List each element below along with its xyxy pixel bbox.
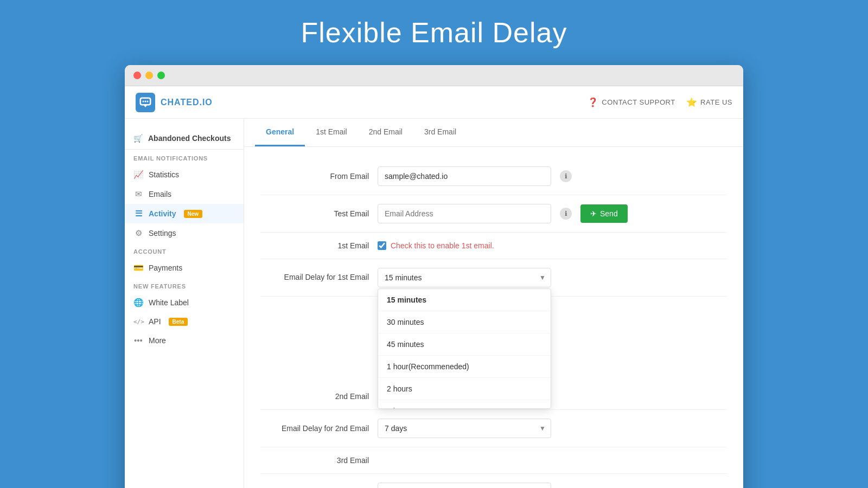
dropdown-option-1hour[interactable]: 1 hour(Recommeneded) <box>378 356 551 378</box>
email-delay-1st-label: Email Delay for 1st Email <box>260 268 369 281</box>
from-email-label: From Email <box>260 172 369 181</box>
rate-us-label: RATE US <box>700 98 732 106</box>
settings-label: Settings <box>149 229 176 237</box>
topbar-actions: ❓ CONTACT SUPPORT ⭐ RATE US <box>588 97 732 107</box>
sidebar: 🛒 Abandoned Checkouts Email Notification… <box>125 119 244 488</box>
test-email-label: Test Email <box>260 209 369 218</box>
window-maximize-button[interactable] <box>157 72 165 79</box>
first-email-checkbox-text: Check this to enable 1st email. <box>391 241 494 250</box>
sidebar-item-activity[interactable]: ☰ Activity New <box>125 204 244 223</box>
rate-us-button[interactable]: ⭐ RATE US <box>686 97 732 107</box>
window-titlebar <box>125 65 743 86</box>
email-delay-dropdown: 15 minutes 30 minutes 45 minutes 1 hour(… <box>378 288 551 409</box>
tabs-bar: General 1st Email 2nd Email 3rd Email <box>244 119 743 147</box>
first-email-checkbox[interactable] <box>378 241 386 250</box>
emails-icon: ✉ <box>133 189 143 199</box>
api-label: API <box>149 317 161 326</box>
dropdown-option-3hours[interactable]: 3 hours <box>378 400 551 408</box>
sidebar-item-abandoned-checkouts[interactable]: 🛒 Abandoned Checkouts <box>125 127 244 150</box>
form-area: From Email ℹ Test Email ℹ ✈ Send <box>244 147 743 488</box>
tab-2nd-email[interactable]: 2nd Email <box>358 119 413 146</box>
tab-1st-email[interactable]: 1st Email <box>305 119 358 146</box>
svg-point-3 <box>145 100 146 102</box>
svg-point-4 <box>147 100 149 102</box>
sidebar-item-settings[interactable]: ⚙ Settings <box>125 223 244 243</box>
main-layout: 🛒 Abandoned Checkouts Email Notification… <box>125 119 743 488</box>
logo-area: CHATED.IO <box>136 93 213 112</box>
third-email-label: 3rd Email <box>260 456 369 465</box>
send-label: Send <box>600 209 618 218</box>
from-email-row: From Email ℹ <box>260 158 727 195</box>
sidebar-item-white-label[interactable]: 🌐 White Label <box>125 293 244 312</box>
send-button[interactable]: ✈ Send <box>580 204 628 223</box>
contact-support-label: CONTACT SUPPORT <box>602 98 675 106</box>
sidebar-item-api[interactable]: </> API Beta <box>125 312 244 331</box>
third-email-row: 3rd Email <box>260 447 727 474</box>
from-email-info-icon[interactable]: ℹ <box>560 170 572 182</box>
first-email-row: 1st Email Check this to enable 1st email… <box>260 233 727 259</box>
first-email-checkbox-row: Check this to enable 1st email. <box>378 241 494 250</box>
window-body: CHATED.IO ❓ CONTACT SUPPORT ⭐ RATE US 🛒 … <box>125 86 743 488</box>
star-icon: ⭐ <box>686 97 698 107</box>
payments-icon: 💳 <box>133 263 143 273</box>
sidebar-item-more[interactable]: ••• More <box>125 331 244 350</box>
question-icon: ❓ <box>588 97 599 107</box>
svg-point-2 <box>143 100 144 102</box>
activity-new-badge: New <box>184 210 203 218</box>
window-minimize-button[interactable] <box>145 72 153 79</box>
email-delay-1st-select-wrapper: 15 minutes ▼ 15 minutes 30 minutes 45 mi… <box>378 268 551 287</box>
sidebar-item-statistics[interactable]: 📈 Statistics <box>125 165 244 184</box>
tab-3rd-email[interactable]: 3rd Email <box>413 119 467 146</box>
white-label-label: White Label <box>149 298 189 307</box>
email-delay-2nd-select-wrapper: 7 days ▼ <box>378 419 551 438</box>
contact-support-button[interactable]: ❓ CONTACT SUPPORT <box>588 97 675 107</box>
test-email-input[interactable] <box>378 204 551 223</box>
dropdown-scroll: 15 minutes 30 minutes 45 minutes 1 hour(… <box>378 289 551 408</box>
tab-general[interactable]: General <box>255 119 305 146</box>
window-close-button[interactable] <box>133 72 141 79</box>
statistics-label: Statistics <box>149 170 179 179</box>
topbar: CHATED.IO ❓ CONTACT SUPPORT ⭐ RATE US <box>125 86 743 119</box>
emails-label: Emails <box>149 190 171 198</box>
email-delay-3rd-select-wrapper: 7 days ▼ <box>378 483 551 488</box>
more-label: More <box>149 336 166 345</box>
email-delay-1st-row: Email Delay for 1st Email 15 minutes ▼ 1… <box>260 259 727 297</box>
email-delay-2nd-select[interactable]: 7 days <box>378 419 551 438</box>
logo-text: CHATED.IO <box>161 98 213 107</box>
settings-icon: ⚙ <box>133 228 143 238</box>
dropdown-option-2hours[interactable]: 2 hours <box>378 378 551 400</box>
dropdown-option-15min[interactable]: 15 minutes <box>378 289 551 311</box>
test-email-row: Test Email ℹ ✈ Send <box>260 195 727 233</box>
dropdown-option-45min[interactable]: 45 minutes <box>378 333 551 356</box>
email-notifications-section-title: Email Notifications <box>125 150 244 165</box>
first-email-label: 1st Email <box>260 241 369 250</box>
more-icon: ••• <box>133 336 143 345</box>
activity-icon: ☰ <box>133 209 143 219</box>
sidebar-item-payments[interactable]: 💳 Payments <box>125 258 244 278</box>
statistics-icon: 📈 <box>133 170 143 179</box>
content-area: General 1st Email 2nd Email 3rd Email Fr… <box>244 119 743 488</box>
account-section-title: Account <box>125 243 244 258</box>
abandoned-checkouts-label: Abandoned Checkouts <box>148 134 231 143</box>
second-email-label: 2nd Email <box>260 392 369 401</box>
email-delay-1st-select[interactable]: 15 minutes <box>378 268 551 287</box>
email-delay-2nd-row: Email Delay for 2nd Email 7 days ▼ <box>260 410 727 447</box>
api-beta-badge: Beta <box>169 318 188 326</box>
email-delay-3rd-select[interactable]: 7 days <box>378 483 551 488</box>
white-label-icon: 🌐 <box>133 298 143 307</box>
email-delay-3rd-row: Email Delay for 3rd Email 7 days ▼ <box>260 474 727 488</box>
send-icon: ✈ <box>590 209 597 218</box>
dropdown-option-30min[interactable]: 30 minutes <box>378 311 551 333</box>
api-icon: </> <box>133 318 143 325</box>
page-title: Flexible Email Delay <box>301 16 567 49</box>
sidebar-item-emails[interactable]: ✉ Emails <box>125 184 244 204</box>
new-features-section-title: New Features <box>125 278 244 293</box>
email-delay-2nd-label: Email Delay for 2nd Email <box>260 424 369 433</box>
test-email-info-icon[interactable]: ℹ <box>560 208 572 220</box>
cart-icon: 🛒 <box>133 134 143 143</box>
payments-label: Payments <box>149 264 182 272</box>
app-window: CHATED.IO ❓ CONTACT SUPPORT ⭐ RATE US 🛒 … <box>125 65 743 488</box>
logo-icon <box>136 93 155 112</box>
activity-label: Activity <box>149 209 176 218</box>
from-email-input[interactable] <box>378 166 551 186</box>
